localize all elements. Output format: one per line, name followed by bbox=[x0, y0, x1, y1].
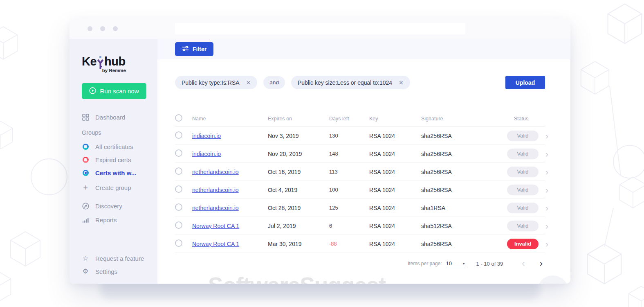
signature-value: sha256RSA bbox=[421, 151, 507, 157]
row-checkbox[interactable] bbox=[175, 203, 182, 211]
window-control-dot[interactable] bbox=[100, 26, 105, 31]
key-value: RSA 1024 bbox=[369, 241, 421, 247]
row-expand-chevron-icon[interactable]: › bbox=[539, 204, 548, 212]
days-left-value: -88 bbox=[329, 241, 369, 247]
signature-value: sha512RSA bbox=[421, 223, 507, 229]
certificate-name-link[interactable]: netherlandscoin.io bbox=[192, 169, 268, 175]
address-bar[interactable] bbox=[175, 23, 465, 34]
next-page-button[interactable]: › bbox=[540, 259, 543, 268]
window-control-dot[interactable] bbox=[88, 26, 92, 31]
sidebar-item-discovery[interactable]: Discovery bbox=[82, 199, 157, 213]
upload-button[interactable]: Upload bbox=[505, 76, 545, 89]
filter-chip-key-size[interactable]: Public key size:Less or equal to:1024 ✕ bbox=[291, 76, 410, 89]
days-left-value: 125 bbox=[329, 205, 369, 211]
row-checkbox[interactable] bbox=[175, 131, 182, 139]
sliders-icon bbox=[182, 46, 189, 52]
window-control-dot[interactable] bbox=[113, 26, 118, 31]
row-expand-chevron-icon[interactable]: › bbox=[539, 240, 548, 248]
row-checkbox[interactable] bbox=[175, 167, 182, 175]
expires-on-value: Mar 30, 2019 bbox=[268, 241, 329, 247]
certificate-name-link[interactable]: indiacoin.io bbox=[192, 133, 268, 139]
row-checkbox[interactable] bbox=[175, 149, 182, 157]
column-header-key[interactable]: Key bbox=[369, 116, 421, 122]
row-expand-chevron-icon[interactable]: › bbox=[539, 132, 548, 140]
sidebar: Ke hub by Remme bbox=[70, 39, 157, 284]
column-header-days-left[interactable]: Days left bbox=[329, 116, 369, 122]
certificates-table: Name Expires on Days left Key Signature … bbox=[175, 111, 545, 253]
key-value: RSA 1024 bbox=[369, 187, 421, 193]
status-badge: Valid bbox=[507, 221, 539, 231]
filter-chip-label: Public key size:Less or equal to:1024 bbox=[298, 79, 392, 86]
all-certificates-ring-icon bbox=[82, 144, 89, 150]
expires-on-value: Oct 4, 2019 bbox=[268, 187, 329, 193]
table-row[interactable]: Norway Root CA 1 Mar 30, 2019 -88 RSA 10… bbox=[175, 235, 545, 253]
status-badge: Valid bbox=[507, 167, 539, 177]
items-per-page-select[interactable]: 10 ▾ bbox=[446, 259, 465, 268]
sidebar-item-label: Create group bbox=[95, 184, 131, 191]
close-icon[interactable]: ✕ bbox=[246, 80, 251, 86]
table-row[interactable]: netherlandscoin.io Oct 16, 2019 113 RSA … bbox=[175, 163, 545, 181]
watermark-tld: .com bbox=[386, 282, 414, 284]
sidebar-item-settings[interactable]: ⚙ Settings bbox=[82, 265, 157, 278]
row-expand-chevron-icon[interactable]: › bbox=[539, 168, 548, 176]
sidebar-item-certs-with-warning[interactable]: Certs with w... bbox=[82, 166, 157, 179]
sidebar-item-all-certificates[interactable]: All certificates bbox=[82, 140, 157, 153]
certificate-name-link[interactable]: Norway Root CA 1 bbox=[192, 241, 268, 247]
table-body: indiacoin.io Nov 3, 2019 130 RSA 1024 sh… bbox=[175, 127, 545, 253]
signature-value: sha1RSA bbox=[421, 205, 507, 211]
sidebar-item-label: Settings bbox=[95, 268, 117, 275]
sidebar-item-label: Reports bbox=[95, 217, 117, 223]
caret-down-icon: ▾ bbox=[463, 262, 465, 266]
filter-button[interactable]: Filter bbox=[175, 42, 213, 56]
chat-fab-ghost[interactable] bbox=[537, 275, 569, 284]
table-row[interactable]: indiacoin.io Nov 20, 2019 148 RSA 1024 s… bbox=[175, 145, 545, 163]
column-header-signature[interactable]: Signature bbox=[421, 116, 507, 122]
sidebar-item-request-feature[interactable]: ☆ Request a feature bbox=[82, 252, 157, 265]
row-checkbox[interactable] bbox=[175, 239, 182, 247]
row-checkbox[interactable] bbox=[175, 221, 182, 229]
items-per-page-value: 10 bbox=[446, 260, 452, 266]
table-row[interactable]: netherlandscoin.io Oct 4, 2019 100 RSA 1… bbox=[175, 181, 545, 199]
run-scan-button[interactable]: Run scan now bbox=[82, 83, 146, 99]
run-scan-label: Run scan now bbox=[100, 88, 139, 95]
key-value: RSA 1024 bbox=[369, 151, 421, 157]
table-row[interactable]: netherlandscoin.io Oct 28, 2019 125 RSA … bbox=[175, 199, 545, 217]
previous-page-button[interactable]: ‹ bbox=[522, 259, 525, 268]
expired-certs-ring-icon bbox=[82, 157, 89, 163]
column-header-name[interactable]: Name bbox=[192, 116, 268, 122]
column-header-status[interactable]: Status bbox=[507, 116, 535, 122]
select-all-checkbox[interactable] bbox=[175, 114, 182, 122]
sidebar-item-label: Request a feature bbox=[95, 255, 144, 262]
certificate-name-link[interactable]: indiacoin.io bbox=[192, 151, 268, 157]
column-header-expires-on[interactable]: Expires on bbox=[268, 116, 329, 122]
certs-with-warning-ring-icon bbox=[82, 170, 89, 176]
status-badge: Valid bbox=[507, 149, 539, 159]
sidebar-item-label: Dashboard bbox=[95, 114, 125, 121]
page-background: Ke hub by Remme bbox=[0, 0, 644, 307]
sidebar-item-create-group[interactable]: + Create group bbox=[82, 181, 157, 194]
status-badge: Valid bbox=[507, 203, 539, 213]
sidebar-item-expired-certs[interactable]: Expired certs bbox=[82, 153, 157, 166]
table-row[interactable]: indiacoin.io Nov 3, 2019 130 RSA 1024 sh… bbox=[175, 127, 545, 145]
expires-on-value: Nov 3, 2019 bbox=[268, 133, 329, 139]
sidebar-item-dashboard[interactable]: Dashboard bbox=[82, 110, 157, 124]
sidebar-item-reports[interactable]: Reports bbox=[82, 213, 157, 227]
row-expand-chevron-icon[interactable]: › bbox=[539, 222, 548, 230]
certificate-name-link[interactable]: Norway Root CA 1 bbox=[192, 223, 268, 229]
certificate-name-link[interactable]: netherlandscoin.io bbox=[192, 205, 268, 211]
status-badge: Invalid bbox=[507, 239, 539, 249]
key-value: RSA 1024 bbox=[369, 205, 421, 211]
row-checkbox[interactable] bbox=[175, 185, 182, 193]
key-value: RSA 1024 bbox=[369, 223, 421, 229]
key-value: RSA 1024 bbox=[369, 133, 421, 139]
row-expand-chevron-icon[interactable]: › bbox=[539, 186, 548, 194]
expires-on-value: Jul 2, 2019 bbox=[268, 223, 329, 229]
days-left-value: 148 bbox=[329, 151, 369, 157]
compass-icon bbox=[82, 203, 89, 210]
table-row[interactable]: Norway Root CA 1 Jul 2, 2019 6 RSA 1024 … bbox=[175, 217, 545, 235]
row-expand-chevron-icon[interactable]: › bbox=[539, 150, 548, 158]
certificate-name-link[interactable]: netherlandscoin.io bbox=[192, 187, 268, 193]
filter-button-label: Filter bbox=[193, 46, 206, 52]
filter-chip-key-type[interactable]: Public key type:Is:RSA ✕ bbox=[175, 76, 257, 89]
close-icon[interactable]: ✕ bbox=[399, 80, 404, 86]
